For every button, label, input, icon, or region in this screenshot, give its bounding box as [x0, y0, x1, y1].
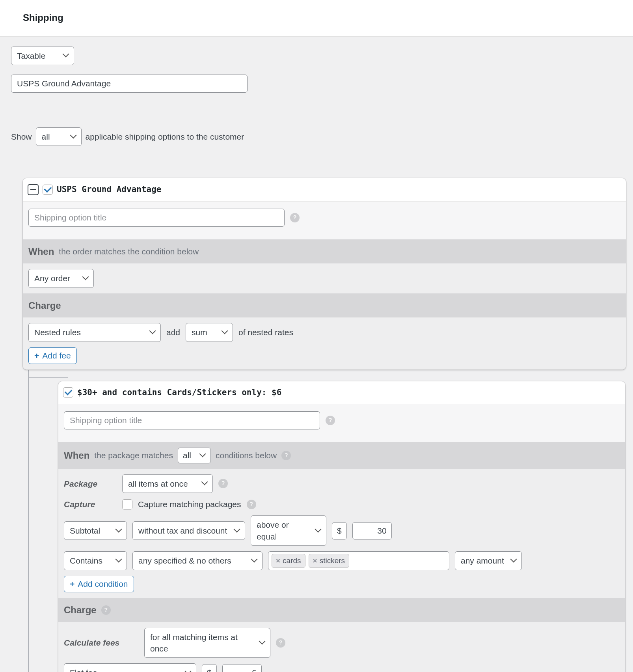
remove-tag-icon[interactable]: × [276, 556, 280, 566]
chevron-down-icon [116, 558, 123, 564]
cond2-amount-value: any amount [461, 555, 504, 566]
when-heading: When [64, 449, 89, 462]
cond1-modifier-value: without tax and discount [138, 525, 227, 536]
chevron-down-icon [200, 452, 207, 459]
when-sub-prefix: the package matches [94, 450, 173, 461]
charge-aggregate-value: sum [192, 327, 207, 338]
root-rule-title: USPS Ground Advantage [57, 184, 162, 195]
shipping-method-name-input[interactable] [11, 75, 248, 93]
capture-text: Capture matching packages [138, 498, 241, 510]
cond2-modifier-value: any specified & no others [138, 555, 231, 566]
help-icon[interactable] [247, 500, 256, 509]
fee-type-value: Flat fee [70, 667, 97, 672]
help-icon[interactable] [276, 638, 285, 648]
chevron-down-icon [150, 329, 156, 336]
show-scope-select[interactable]: all [36, 127, 82, 146]
chevron-down-icon [222, 329, 229, 336]
remove-tag-icon[interactable]: × [313, 556, 317, 566]
capture-checkbox[interactable] [122, 499, 132, 510]
capture-label: Capture [64, 498, 117, 510]
when-match-scope-select[interactable]: all [178, 448, 211, 463]
show-suffix-label: applicable shipping options to the custo… [86, 131, 244, 142]
currency-symbol: $ [332, 522, 347, 539]
add-condition-button[interactable]: + Add condition [64, 576, 134, 592]
cond1-modifier-select[interactable]: without tax and discount [132, 521, 245, 540]
charge-heading: Charge [28, 299, 61, 312]
chevron-down-icon [116, 528, 123, 534]
chevron-down-icon [316, 528, 322, 534]
charge-aggregate-select[interactable]: sum [186, 323, 233, 342]
tax-class-value: Taxable [17, 50, 45, 62]
charge-heading: Charge [64, 603, 97, 617]
cond2-field-select[interactable]: Contains [64, 551, 127, 570]
help-icon[interactable] [281, 451, 291, 460]
tax-class-select[interactable]: Taxable [11, 47, 74, 65]
chevron-down-icon [202, 480, 209, 487]
chevron-down-icon [186, 670, 192, 672]
fee-type-select[interactable]: Flat fee [64, 663, 196, 672]
when-match-scope-value: all [183, 450, 191, 461]
cond2-tags-input[interactable]: × cards × stickers [268, 551, 449, 570]
chevron-down-icon [511, 558, 518, 564]
charge-type-select[interactable]: Nested rules [28, 323, 161, 342]
cond2-modifier-select[interactable]: any specified & no others [132, 551, 263, 570]
cond1-field-value: Subtotal [70, 525, 100, 536]
plus-icon: + [70, 579, 74, 589]
chevron-down-icon [252, 558, 258, 564]
when-sub-suffix: conditions below [216, 450, 277, 461]
show-scope-value: all [42, 131, 50, 142]
chevron-down-icon [71, 134, 77, 140]
plus-icon: + [34, 351, 39, 360]
package-scope-select[interactable]: all items at once [122, 474, 213, 493]
child-rule-enabled-checkbox[interactable] [63, 387, 73, 398]
cond1-value-input[interactable] [352, 522, 392, 539]
tag-label: stickers [320, 556, 345, 566]
help-icon[interactable] [101, 605, 111, 615]
collapse-toggle[interactable] [28, 184, 39, 195]
tag-item: × stickers [309, 554, 350, 568]
package-scope-value: all items at once [128, 478, 188, 489]
when-condition-select[interactable]: Any order [28, 269, 94, 287]
charge-type-value: Nested rules [34, 327, 81, 338]
cond2-amount-select[interactable]: any amount [455, 551, 522, 570]
calc-scope-value: for all matching items at once [150, 631, 254, 655]
fee-value-input[interactable] [222, 664, 262, 672]
help-icon[interactable] [326, 416, 335, 425]
page-title: Shipping [23, 11, 610, 24]
root-rule-header: USPS Ground Advantage [23, 178, 626, 201]
package-label: Package [64, 478, 117, 489]
chevron-down-icon [83, 275, 89, 282]
root-option-title-input[interactable] [28, 209, 285, 227]
currency-symbol: $ [202, 664, 217, 672]
show-prefix-label: Show [11, 131, 32, 142]
chevron-down-icon [260, 640, 266, 646]
charge-add-label: add [166, 327, 180, 338]
chevron-down-icon [63, 52, 70, 59]
calc-fees-label: Calculate fees [64, 637, 139, 648]
add-fee-label: Add fee [42, 351, 71, 360]
cond1-op-select[interactable]: above or equal [251, 515, 326, 546]
help-icon[interactable] [290, 213, 300, 222]
root-rule-enabled-checkbox[interactable] [43, 185, 53, 195]
cond2-field-value: Contains [70, 555, 102, 566]
calc-scope-select[interactable]: for all matching items at once [144, 628, 270, 658]
cond1-field-select[interactable]: Subtotal [64, 521, 127, 540]
add-fee-button[interactable]: + Add fee [28, 347, 77, 364]
add-condition-label: Add condition [78, 579, 128, 589]
child-option-title-input[interactable] [64, 411, 320, 429]
when-subtext: the order matches the condition below [59, 246, 199, 257]
cond1-op-value: above or equal [257, 519, 310, 542]
charge-of-label: of nested rates [238, 327, 293, 338]
child-rule-title: $30+ and contains Cards/Stickers only: $… [77, 387, 281, 398]
help-icon[interactable] [218, 479, 228, 488]
chevron-down-icon [235, 528, 241, 534]
tag-item: × cards [272, 554, 305, 568]
tag-label: cards [283, 556, 301, 566]
child-rule-header: $30+ and contains Cards/Stickers only: $… [58, 381, 625, 404]
when-condition-value: Any order [34, 273, 70, 284]
when-heading: When [28, 245, 54, 258]
